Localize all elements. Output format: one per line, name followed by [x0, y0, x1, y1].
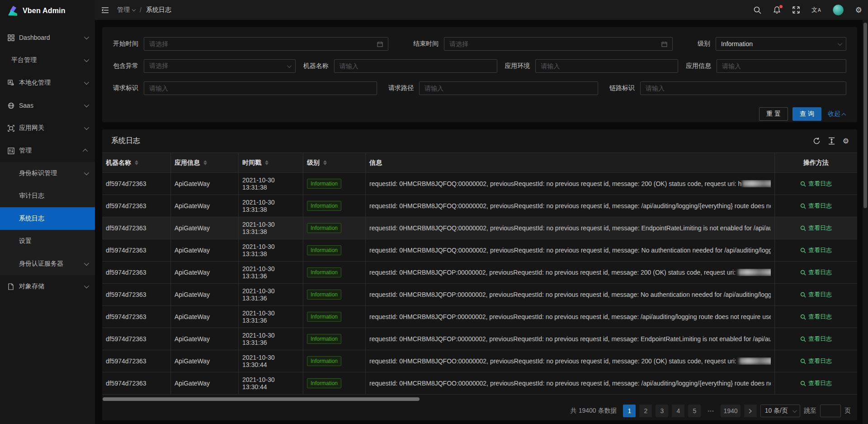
- sidebar-item-auth-server[interactable]: 身份认证服务器: [0, 252, 95, 275]
- cell-timestamp: 2021-10-30 13:31:36: [242, 265, 299, 280]
- cell-timestamp: 2021-10-30 13:31:36: [242, 332, 299, 346]
- horizontal-scrollbar-thumb[interactable]: [103, 397, 420, 401]
- end-time-input[interactable]: [449, 40, 658, 48]
- page-button-last[interactable]: 1940: [721, 405, 740, 417]
- search-icon[interactable]: [748, 0, 767, 20]
- magnifier-icon: [800, 358, 806, 364]
- next-page-button[interactable]: [744, 405, 757, 417]
- cell-machine-name: df5974d72363: [106, 357, 146, 365]
- view-log-label: 查看日志: [808, 291, 832, 299]
- view-log-link[interactable]: 查看日志: [800, 202, 832, 210]
- machine-name-input[interactable]: [340, 62, 492, 70]
- sidebar-item-settings[interactable]: 设置: [0, 230, 95, 252]
- page-size-select[interactable]: 10 条/页: [760, 405, 800, 417]
- chevron-down-icon: [84, 170, 89, 175]
- sidebar-item-identity-mgmt[interactable]: 身份标识管理: [0, 162, 95, 185]
- view-log-link[interactable]: 查看日志: [800, 224, 832, 232]
- app-logo[interactable]: Vben Admin: [0, 0, 95, 22]
- jump-page-input[interactable]: [820, 405, 841, 417]
- topbar-actions: 文A ⚙: [748, 0, 868, 20]
- column-settings-gear-icon[interactable]: ⚙: [843, 138, 849, 145]
- settings-gear-icon[interactable]: ⚙: [849, 0, 868, 20]
- vertical-scrollbar-thumb[interactable]: [863, 23, 867, 208]
- view-log-link[interactable]: 查看日志: [800, 335, 832, 343]
- magnifier-icon: [800, 248, 806, 253]
- view-log-link[interactable]: 查看日志: [800, 180, 832, 188]
- page-button-2[interactable]: 2: [639, 405, 652, 417]
- start-time-picker[interactable]: [144, 37, 388, 51]
- menu-fold-icon[interactable]: [101, 7, 109, 14]
- page-button-5[interactable]: 5: [688, 405, 701, 417]
- app-env-field[interactable]: [535, 59, 678, 73]
- reset-button[interactable]: 重 置: [759, 107, 788, 121]
- column-header-level[interactable]: 级别: [303, 153, 366, 172]
- request-path-field[interactable]: [419, 81, 598, 95]
- sidebar-item-saas[interactable]: Saas: [0, 94, 95, 117]
- sidebar-item-manage[interactable]: 管理: [0, 139, 95, 162]
- request-path-input[interactable]: [425, 85, 593, 92]
- page-button-3[interactable]: 3: [656, 405, 668, 417]
- app-info-field[interactable]: [717, 59, 846, 73]
- collapse-link[interactable]: 收起: [828, 110, 846, 118]
- end-time-picker[interactable]: [444, 37, 673, 51]
- view-log-link[interactable]: 查看日志: [800, 313, 832, 321]
- table-body: df5974d72363 ApiGateWay 2021-10-30 13:31…: [102, 173, 857, 395]
- start-time-input[interactable]: [149, 40, 373, 48]
- app-info-input[interactable]: [722, 62, 841, 70]
- sidebar-item-object-storage[interactable]: 对象存储: [0, 275, 95, 298]
- machine-name-field[interactable]: [334, 59, 497, 73]
- level-badge: Information: [307, 334, 341, 344]
- sidebar-item-gateway[interactable]: 应用网关: [0, 117, 95, 139]
- level-badge: Information: [307, 312, 341, 322]
- trace-id-field[interactable]: [640, 81, 846, 95]
- page-jump: 跳至 页: [804, 405, 851, 417]
- sidebar-item-system-log[interactable]: 系统日志: [0, 207, 95, 230]
- cell-app-info: ApiGateWay: [175, 313, 210, 320]
- view-log-link[interactable]: 查看日志: [800, 379, 832, 387]
- app-env-label: 应用环境: [505, 62, 530, 70]
- page-button-4[interactable]: 4: [672, 405, 684, 417]
- level-select[interactable]: Information: [716, 37, 846, 51]
- view-log-link[interactable]: 查看日志: [800, 268, 832, 276]
- table-row: df5974d72363 ApiGateWay 2021-10-30 13:31…: [102, 262, 857, 284]
- has-exception-select[interactable]: 请选择: [144, 59, 296, 73]
- user-avatar[interactable]: [827, 0, 849, 20]
- page-button-1[interactable]: 1: [623, 405, 636, 417]
- view-log-link[interactable]: 查看日志: [800, 291, 832, 299]
- pagination-ellipsis[interactable]: •••: [704, 405, 717, 417]
- sidebar-item-audit-log[interactable]: 审计日志: [0, 185, 95, 207]
- request-id-field[interactable]: [144, 81, 377, 95]
- translate-icon[interactable]: 文A: [806, 0, 827, 20]
- view-log-link[interactable]: 查看日志: [800, 357, 832, 365]
- search-button[interactable]: 查 询: [793, 107, 821, 121]
- cell-app-info: ApiGateWay: [175, 224, 210, 232]
- view-log-link[interactable]: 查看日志: [800, 246, 832, 254]
- notification-bell-icon[interactable]: [767, 0, 787, 20]
- cell-app-info: ApiGateWay: [175, 380, 210, 387]
- sidebar-item-label: 应用网关: [19, 124, 44, 132]
- breadcrumb-parent[interactable]: 管理: [117, 6, 135, 14]
- refresh-icon[interactable]: [813, 137, 821, 145]
- chevron-down-icon: [84, 261, 89, 266]
- fullscreen-icon[interactable]: [787, 0, 806, 20]
- trace-id-input[interactable]: [646, 85, 841, 92]
- sidebar-item-dashboard[interactable]: Dashboard: [0, 26, 95, 49]
- sidebar-item-localization[interactable]: 本地化管理: [0, 71, 95, 94]
- chevron-down-icon: [287, 65, 290, 68]
- cell-message: requestId: 0HMCRBM8JQFOO:00000002, previ…: [369, 380, 771, 387]
- message-text: requestId: 0HMCRBM8JQFOQ:00000002, previ…: [369, 202, 771, 210]
- request-path-label: 请求路径: [388, 84, 414, 92]
- sidebar-item-platform[interactable]: 平台管理: [0, 49, 95, 71]
- column-header-app-info[interactable]: 应用信息: [171, 153, 239, 172]
- column-header-timestamp[interactable]: 时间戳: [239, 153, 303, 172]
- row-height-icon[interactable]: [828, 137, 835, 145]
- view-log-label: 查看日志: [808, 180, 832, 188]
- magnifier-icon: [800, 181, 806, 187]
- app-env-input[interactable]: [541, 62, 673, 70]
- request-id-input[interactable]: [149, 85, 372, 92]
- storage-file-icon: [7, 283, 14, 290]
- has-exception-placeholder: 请选择: [149, 62, 283, 70]
- start-time-label: 开始时间: [113, 40, 138, 48]
- column-header-machine-name[interactable]: 机器名称: [102, 153, 171, 172]
- cell-timestamp: 2021-10-30 13:31:36: [242, 310, 299, 324]
